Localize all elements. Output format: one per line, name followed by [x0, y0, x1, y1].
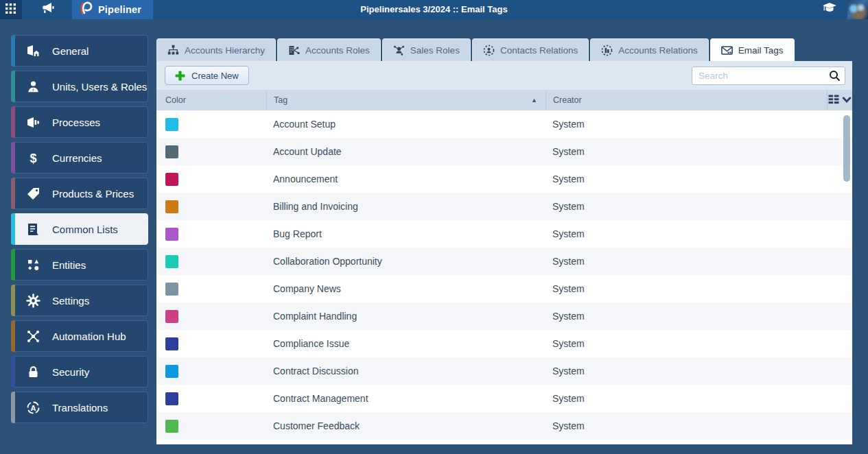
tag-color-swatch — [165, 200, 178, 213]
sidebar-item-accent — [11, 71, 15, 102]
tag-color-swatch — [165, 145, 178, 158]
column-options-button[interactable] — [827, 90, 852, 110]
sidebar-item-security[interactable]: Security — [11, 356, 148, 387]
table-row[interactable]: Bug Report System — [156, 220, 852, 248]
tab-accounts-hierarchy[interactable]: Accounts Hierarchy — [156, 38, 276, 61]
tab-label: Accounts Roles — [305, 45, 370, 56]
creator-cell: System — [546, 366, 852, 377]
announcements-button[interactable] — [21, 0, 72, 19]
tag-color-swatch — [165, 228, 178, 241]
tab-email-tags[interactable]: Email Tags — [710, 38, 795, 61]
pipeliner-logo-home[interactable]: Pipeliner — [72, 0, 153, 19]
translations-icon: A — [26, 401, 40, 415]
sidebar-item-accent — [11, 285, 15, 316]
top-bar: Pipeliner Pipelinersales 3/2024 :: Email… — [0, 0, 868, 19]
sidebar-item-accent — [11, 142, 15, 174]
color-cell — [156, 228, 266, 241]
sidebar-item-label: Settings — [52, 295, 89, 307]
sidebar-item-label: Products & Prices — [52, 188, 134, 200]
sidebar-item-label: Automation Hub — [52, 331, 126, 342]
color-cell — [156, 118, 266, 131]
toolbar: Create New — [156, 61, 852, 90]
tag-cell: Announcement — [266, 174, 546, 184]
table-body: Account Setup System Account Update Syst… — [156, 110, 852, 444]
table-row[interactable]: Account Update System — [156, 138, 852, 165]
color-cell — [156, 392, 266, 405]
sidebar-item-automation-hub[interactable]: Automation Hub — [11, 320, 148, 352]
pipeliner-logo — [78, 1, 93, 19]
table-header: Color Tag ▲ Creator — [156, 90, 852, 110]
table-row[interactable]: Billing and Invoicing System — [156, 193, 852, 220]
tab-sales-roles[interactable]: Sales Roles — [382, 38, 471, 61]
table-row[interactable]: Compliance Issue System — [156, 330, 852, 357]
tab-accounts-roles[interactable]: Accounts Roles — [277, 38, 381, 61]
sidebar-item-units-users-roles[interactable]: Units, Users & Roles — [11, 71, 148, 102]
vertical-scrollbar[interactable] — [843, 115, 850, 182]
sidebar-item-entities[interactable]: Entities — [11, 249, 148, 280]
admin-sidebar: General Units, Users & Roles Processes $… — [11, 35, 148, 427]
color-cell — [156, 283, 266, 296]
main-content: Accounts Hierarchy Accounts Roles Sales … — [156, 38, 852, 444]
table-row[interactable]: Collaboration Opportunity System — [156, 248, 852, 275]
tag-cell: Contract Discussion — [266, 366, 546, 377]
automation-icon — [26, 329, 40, 344]
search-icon[interactable] — [829, 70, 841, 82]
creator-cell: System — [546, 228, 852, 239]
processes-icon — [26, 115, 40, 130]
tag-color-swatch — [165, 365, 178, 378]
sales-roles-icon — [393, 45, 405, 56]
creator-cell: System — [546, 311, 852, 322]
tag-cell: Customer Feedback — [266, 420, 546, 431]
tab-strip: Accounts Hierarchy Accounts Roles Sales … — [156, 38, 852, 61]
sidebar-item-label: General — [52, 45, 89, 57]
sidebar-item-accent — [11, 178, 15, 209]
search-input[interactable] — [692, 67, 845, 85]
sidebar-item-currencies[interactable]: $ Currencies — [11, 142, 148, 174]
search-box — [692, 67, 845, 85]
creator-cell: System — [546, 256, 852, 267]
tab-label: Accounts Hierarchy — [185, 45, 265, 56]
brand-name: Pipeliner — [98, 4, 141, 15]
creator-cell: System — [546, 119, 852, 130]
sidebar-item-common-lists[interactable]: Common Lists — [11, 213, 148, 245]
tab-accounts-relations[interactable]: Accounts Relations — [590, 38, 709, 61]
currencies-icon: $ — [26, 151, 40, 165]
sidebar-item-settings[interactable]: Settings — [11, 285, 148, 316]
apps-grid-button[interactable] — [0, 0, 21, 19]
column-header-tag[interactable]: Tag ▲ — [266, 90, 546, 110]
tag-cell: Account Setup — [266, 119, 546, 130]
plus-icon — [175, 71, 185, 81]
color-cell — [156, 420, 266, 433]
column-header-creator[interactable]: Creator — [546, 90, 827, 110]
table-row[interactable]: Company News System — [156, 275, 852, 302]
tag-cell: Collaboration Opportunity — [266, 256, 546, 267]
tag-cell: Complaint Handling — [266, 311, 546, 322]
tag-color-swatch — [165, 118, 178, 131]
sidebar-item-translations[interactable]: A Translations — [11, 392, 148, 423]
tag-color-swatch — [165, 392, 178, 405]
creator-cell: System — [546, 146, 852, 157]
sidebar-item-general[interactable]: General — [11, 35, 148, 67]
tab-contacts-relations[interactable]: Contacts Relations — [472, 38, 589, 61]
user-avatar[interactable] — [847, 0, 868, 19]
academy-button[interactable] — [812, 0, 847, 19]
email-tags-icon — [721, 45, 733, 56]
table-row[interactable]: Contract Management System — [156, 385, 852, 412]
megaphone-icon — [40, 2, 54, 17]
table-row[interactable]: Announcement System — [156, 165, 852, 193]
table-row[interactable]: Customer Feedback System — [156, 412, 852, 440]
color-cell — [156, 310, 266, 323]
column-header-color[interactable]: Color — [156, 95, 266, 105]
sidebar-item-accent — [11, 392, 15, 423]
svg-text:A: A — [31, 403, 36, 411]
table-row[interactable]: Account Setup System — [156, 110, 852, 138]
table-row[interactable]: Complaint Handling System — [156, 302, 852, 330]
settings-icon — [26, 294, 40, 308]
color-cell — [156, 337, 266, 350]
sidebar-item-products-prices[interactable]: Products & Prices — [11, 178, 148, 209]
sidebar-item-processes[interactable]: Processes — [11, 106, 148, 138]
create-new-button[interactable]: Create New — [165, 66, 249, 85]
table-row[interactable]: Contract Discussion System — [156, 357, 852, 385]
color-cell — [156, 365, 266, 378]
sort-ascending-icon: ▲ — [531, 97, 537, 104]
